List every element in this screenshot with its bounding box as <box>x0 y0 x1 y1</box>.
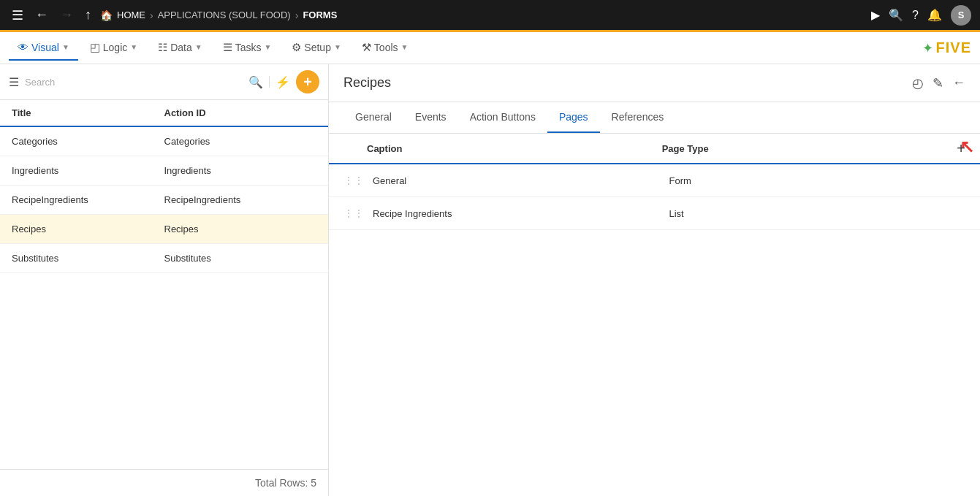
breadcrumb: 🏠 HOME › APPLICATIONS (SOUL FOOD) › FORM… <box>100 9 337 21</box>
breadcrumb-sep-1: › <box>150 9 153 21</box>
bell-icon[interactable]: 🔔 <box>927 8 942 22</box>
filter-icon[interactable]: ☰ <box>9 75 19 89</box>
tasks-arrow: ▼ <box>264 43 271 51</box>
search-input[interactable] <box>25 77 243 88</box>
back-arrow-icon[interactable]: ← <box>952 75 965 91</box>
tab-tasks-label: Tasks <box>235 42 262 53</box>
top-nav: ☰ ← → ↑ 🏠 HOME › APPLICATIONS (SOUL FOOD… <box>0 0 980 32</box>
table-row[interactable]: RecipeIngredients RecipeIngredients <box>0 186 328 215</box>
tab-setup[interactable]: ⚙ Setup ▼ <box>283 35 350 61</box>
data-icon: ☷ <box>158 41 167 54</box>
col-title-header: Title <box>12 107 164 118</box>
main-content: ☰ 🔍 ⚡ + Title Action ID Categories Categ… <box>0 64 980 496</box>
breadcrumb-home[interactable]: HOME <box>117 9 145 20</box>
tab-action-buttons[interactable]: Action Buttons <box>458 102 547 133</box>
tab-pages[interactable]: Pages <box>547 102 600 133</box>
gear-icon: ⚙ <box>292 41 301 54</box>
second-nav: 👁 Visual ▼ ◰ Logic ▼ ☷ Data ▼ ☰ Tasks ▼ … <box>0 32 980 64</box>
tab-tasks[interactable]: ☰ Tasks ▼ <box>214 35 281 61</box>
tab-tools[interactable]: ⚒ Tools ▼ <box>353 35 417 61</box>
tools-icon: ⚒ <box>362 41 371 54</box>
left-table-body: Categories Categories Ingredients Ingred… <box>0 127 328 469</box>
add-button[interactable]: + <box>296 70 319 94</box>
logic-arrow: ▼ <box>130 43 137 51</box>
content-area: Caption Page Type + ↖ ⋮⋮ General Form ⋮⋮… <box>329 134 980 496</box>
panel-header-actions: ◴ ✎ ← <box>912 75 965 91</box>
lightning-icon[interactable]: ⚡ <box>276 75 290 89</box>
drag-handle-icon[interactable]: ⋮⋮ <box>343 207 364 219</box>
add-row-button[interactable]: + ↖ <box>957 141 965 156</box>
table-row[interactable]: Categories Categories <box>0 127 328 156</box>
right-tabs-bar: General Events Action Buttons Pages Refe… <box>329 102 980 134</box>
hamburger-icon[interactable]: ☰ <box>9 4 26 26</box>
tab-data-label: Data <box>170 42 192 53</box>
row-title: Categories <box>12 136 164 147</box>
left-table-header: Title Action ID <box>0 100 328 127</box>
cell-caption: General <box>373 175 669 186</box>
row-action: Substitutes <box>164 253 317 264</box>
tools-arrow: ▼ <box>401 43 409 51</box>
breadcrumb-forms[interactable]: FORMS <box>303 9 337 20</box>
row-action: Categories <box>164 136 317 147</box>
row-title: Recipes <box>12 224 164 234</box>
row-action: RecipeIngredients <box>164 194 317 205</box>
panel-title: Recipes <box>343 75 391 91</box>
tab-tools-label: Tools <box>374 42 398 53</box>
five-star-icon: ✦ <box>922 40 933 56</box>
cell-pagetype: Form <box>669 175 966 186</box>
row-title: Ingredients <box>12 165 164 176</box>
tab-general-label: General <box>355 111 392 123</box>
tab-logic-label: Logic <box>103 42 127 53</box>
table-footer: Total Rows: 5 <box>0 469 328 496</box>
cell-pagetype: List <box>669 208 966 219</box>
right-panel-header: Recipes ◴ ✎ ← <box>329 64 980 102</box>
tab-action-buttons-label: Action Buttons <box>470 111 536 123</box>
logic-icon: ◰ <box>90 41 100 54</box>
tab-events-label: Events <box>415 111 447 123</box>
tab-general[interactable]: General <box>343 102 403 133</box>
back-icon[interactable]: ← <box>32 4 51 26</box>
table-row-selected[interactable]: Recipes Recipes <box>0 215 328 244</box>
total-rows: Total Rows: 5 <box>255 477 316 489</box>
tab-logic[interactable]: ◰ Logic ▼ <box>81 35 146 61</box>
forward-icon[interactable]: → <box>57 4 76 26</box>
setup-arrow: ▼ <box>334 43 341 51</box>
home-icon: 🏠 <box>100 9 113 21</box>
col-pagetype-header: Page Type <box>662 143 957 154</box>
five-logo: ✦ FIVE <box>922 39 971 56</box>
history-icon[interactable]: ◴ <box>912 75 924 91</box>
visual-arrow: ▼ <box>62 43 69 51</box>
content-row[interactable]: ⋮⋮ Recipe Ingredients List <box>329 197 980 230</box>
content-table-header: Caption Page Type + ↖ <box>329 134 980 164</box>
edit-icon[interactable]: ✎ <box>932 75 943 91</box>
search-icon[interactable]: 🔍 <box>889 8 903 22</box>
row-title: RecipeIngredients <box>12 194 164 205</box>
tab-references[interactable]: References <box>600 102 676 133</box>
tab-data[interactable]: ☷ Data ▼ <box>149 35 210 61</box>
right-panel: Recipes ◴ ✎ ← General Events Action Butt… <box>329 64 980 496</box>
tab-events[interactable]: Events <box>403 102 458 133</box>
content-row[interactable]: ⋮⋮ General Form <box>329 164 980 197</box>
table-row[interactable]: Substitutes Substitutes <box>0 244 328 273</box>
row-title: Substitutes <box>12 253 164 264</box>
tab-visual-label: Visual <box>31 42 59 53</box>
play-icon[interactable]: ▶ <box>871 8 880 22</box>
search-icon-btn[interactable]: 🔍 <box>248 75 263 89</box>
tab-visual[interactable]: 👁 Visual ▼ <box>9 35 78 61</box>
table-row[interactable]: Ingredients Ingredients <box>0 156 328 186</box>
cell-caption: Recipe Ingredients <box>373 208 669 219</box>
breadcrumb-app[interactable]: APPLICATIONS (SOUL FOOD) <box>158 9 291 20</box>
tab-pages-label: Pages <box>559 111 588 123</box>
col-action-header: Action ID <box>164 107 317 118</box>
up-icon[interactable]: ↑ <box>82 4 94 26</box>
top-nav-left: ☰ ← → ↑ 🏠 HOME › APPLICATIONS (SOUL FOOD… <box>9 4 337 26</box>
drag-handle-icon[interactable]: ⋮⋮ <box>343 175 364 186</box>
left-panel: ☰ 🔍 ⚡ + Title Action ID Categories Categ… <box>0 64 329 496</box>
avatar[interactable]: S <box>951 5 971 26</box>
tasks-icon: ☰ <box>223 41 232 54</box>
help-icon[interactable]: ? <box>912 9 919 22</box>
left-panel-toolbar: ☰ 🔍 ⚡ + <box>0 64 328 100</box>
red-arrow-indicator: ↖ <box>960 138 974 156</box>
data-arrow: ▼ <box>195 43 202 51</box>
top-nav-right: ▶ 🔍 ? 🔔 S <box>871 5 971 26</box>
